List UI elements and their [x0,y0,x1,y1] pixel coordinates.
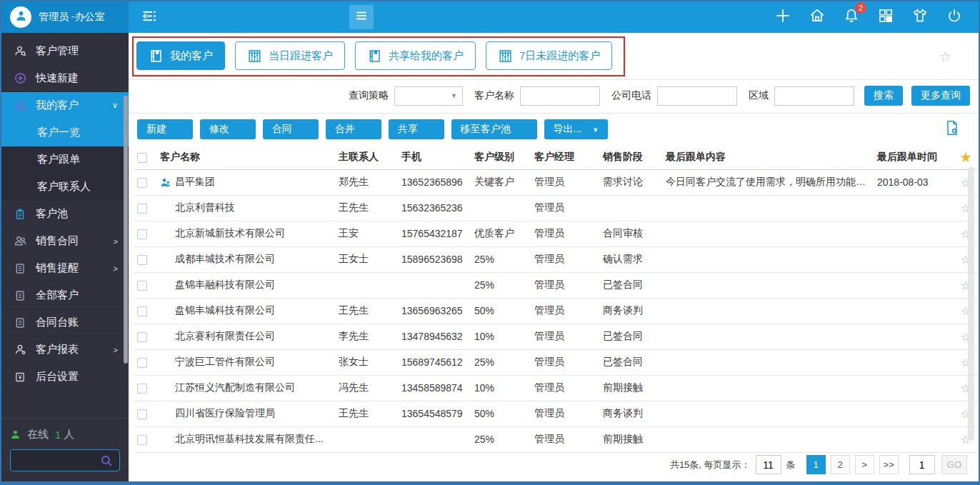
row-checkbox[interactable] [137,332,147,342]
goto-page-input[interactable] [909,455,935,474]
action-button[interactable]: 新建▼ [137,119,193,139]
action-button[interactable]: 合同▼ [263,119,319,139]
table-row[interactable]: 宁波巨工管件有限公司 张女士 15689745612 25% 管理员 已签合同 … [134,349,977,375]
apps-button[interactable] [877,7,894,27]
customer-name: 盘锦丰城科技有限公司 [175,304,275,317]
row-checkbox[interactable] [137,281,147,291]
header-level[interactable]: 客户级别 [471,146,531,169]
search-button[interactable]: 搜索 [864,86,903,106]
customer-tab[interactable]: 共享给我的客户 [355,41,476,70]
sidebar-scrollbar[interactable] [124,96,128,364]
action-button[interactable]: 导出...▼ [544,119,609,139]
collapse-sidebar-icon[interactable] [140,7,158,28]
more-menu-button[interactable] [349,5,374,29]
manager-cell: 管理员 [531,195,600,221]
table-row[interactable]: 四川省医疗保险管理局 王先生 13654548579 50% 管理员 商务谈判 … [134,401,977,426]
sidebar-item[interactable]: 客户一览 [1,119,129,146]
sidebar-item[interactable]: 合同台账 [1,309,129,336]
sidebar-item[interactable]: 客户池 [1,201,129,228]
table-row[interactable]: 盘锦丰融科技有限公司 25% 管理员 已签合同 ☆ [134,272,977,298]
table-row[interactable]: 江苏恒义汽配制造有限公司 冯先生 13458589874 10% 管理员 前期接… [134,375,977,401]
header-customer-name[interactable]: 客户名称 [157,146,336,169]
manager-cell: 管理员 [531,169,600,195]
customer-tab[interactable]: 当日跟进客户 [235,41,345,70]
stage-cell: 已签合同 [600,349,663,375]
action-button[interactable]: 修改▼ [200,119,256,139]
avatar[interactable] [10,6,31,28]
search-icon[interactable] [100,454,113,467]
total-count-label: 共15条, 每页显示： [670,459,751,471]
page-button-2[interactable]: 2 [831,455,850,474]
book-icon [149,49,164,64]
logout-button[interactable] [946,7,963,27]
row-checkbox[interactable] [137,358,147,368]
add-button[interactable] [774,7,791,27]
company-phone-input[interactable] [657,86,737,106]
last-page-button[interactable]: >> [879,455,899,474]
export-settings-button[interactable] [944,119,960,139]
contact-cell: 王先生 [336,401,399,426]
contacts-icon [14,317,26,329]
table-row[interactable]: 北京新城新技术有限公司 王安 15765432187 优质客户 管理员 合同审核… [134,221,977,246]
table-row[interactable]: 昌平集团 郑先生 13652365896 关键客户 管理员 需求讨论 今日同客户… [134,169,977,195]
action-button[interactable]: 移至客户池▼ [451,119,537,139]
page-size-input[interactable] [756,455,781,474]
row-checkbox[interactable] [137,204,147,214]
sidebar-search-input[interactable] [17,455,100,466]
theme-button[interactable] [911,7,929,27]
sidebar-item[interactable]: ¥ 后台设置 [1,364,129,391]
row-checkbox[interactable] [137,306,147,316]
table-row[interactable]: 北京明讯恒基科技发展有限责任... 25% 管理员 前期接触 ☆ [134,426,977,452]
next-page-button[interactable]: > [855,455,874,474]
strategy-select[interactable]: ▼ [394,86,463,106]
stage-cell: 需求讨论 [600,169,663,195]
customer-tab[interactable]: 我的客户 [136,41,225,70]
sidebar-item[interactable]: 客户报表 > [1,336,129,364]
row-checkbox[interactable] [137,178,147,188]
header-star-icon[interactable]: ★ [960,151,971,164]
header-manager[interactable]: 客户经理 [531,146,600,169]
header-mobile[interactable]: 手机 [399,146,471,169]
row-checkbox[interactable] [137,384,147,394]
row-checkbox[interactable] [137,255,147,265]
sidebar-item[interactable]: 销售提醒 > [1,255,129,282]
header-contact[interactable]: 主联系人 [336,146,399,169]
action-button[interactable]: 共享▼ [389,119,444,139]
favorite-page-star-icon[interactable]: ☆ [939,49,951,65]
sidebar-item[interactable]: 客户管理 [1,38,129,65]
header-last-content[interactable]: 最后跟单内容 [663,146,874,169]
stage-cell: 确认需求 [600,246,663,272]
go-button[interactable]: GO [941,455,967,474]
more-search-button[interactable]: 更多查询 [911,86,970,106]
sidebar-item[interactable]: 快速新建 [1,65,129,92]
row-checkbox[interactable] [137,435,147,445]
header-last-date[interactable]: 最后跟单时间 [874,146,954,169]
header-stage[interactable]: 销售阶段 [600,146,663,169]
level-cell: 关键客户 [471,169,531,195]
topbar-user-area[interactable]: 管理员 -办公室 [1,1,129,33]
customer-tab[interactable]: 7日未跟进的客户 [486,41,612,70]
tab-label: 当日跟进客户 [269,49,333,63]
last-content-cell [663,426,874,452]
manager-cell: 管理员 [531,324,600,349]
home-button[interactable] [809,7,826,27]
sidebar-item[interactable]: 客户联系人 [1,174,129,201]
notifications-button[interactable]: 2 [843,7,860,27]
table-row[interactable]: 北京利普科技 王先生 15632365236 管理员 ☆ [134,195,977,221]
sidebar-item[interactable]: 客户跟单 [1,146,129,174]
table-row[interactable]: 北京赛利有限责任公司 李先生 13478945632 10% 管理员 已签合同 … [134,324,977,349]
users-icon [14,235,26,247]
sidebar-item[interactable]: 我的客户 ∨ [1,92,129,119]
sidebar-item[interactable]: 全部客户 [1,282,129,309]
sidebar-item[interactable]: 销售合同 > [1,228,129,255]
action-button[interactable]: 合并▼ [326,119,381,139]
table-scrollbar[interactable] [968,167,974,441]
page-button-1[interactable]: 1 [806,455,826,474]
table-row[interactable]: 盘锦丰城科技有限公司 王先生 13656963265 50% 管理员 商务谈判 … [134,298,977,324]
region-input[interactable] [774,86,854,106]
table-row[interactable]: 成都丰城技术有限公司 王女士 15896523698 25% 管理员 确认需求 … [134,246,977,272]
customer-name-input[interactable] [520,86,600,106]
row-checkbox[interactable] [137,229,147,239]
row-checkbox[interactable] [137,409,147,419]
select-all-checkbox[interactable] [137,153,147,163]
